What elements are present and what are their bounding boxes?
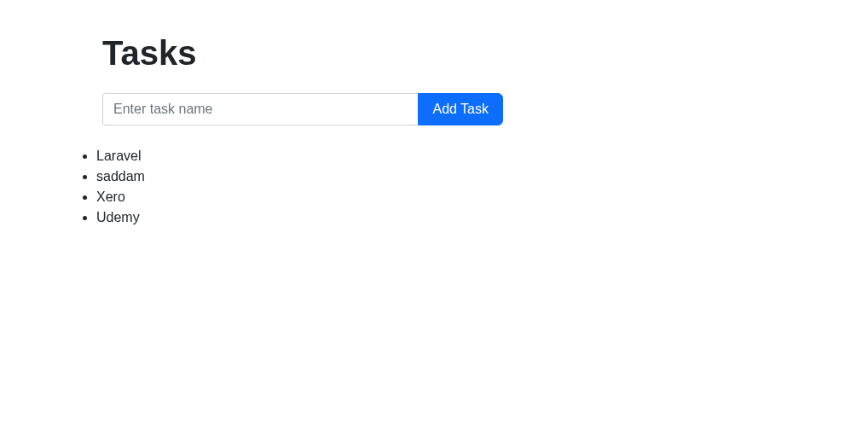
add-task-button[interactable]: Add Task <box>418 93 503 125</box>
task-name-input[interactable] <box>102 93 418 125</box>
list-item: saddam <box>96 166 766 187</box>
list-item: Udemy <box>96 207 766 228</box>
list-item: Laravel <box>96 146 766 166</box>
page-title: Tasks <box>102 34 766 73</box>
task-input-group: Add Task <box>102 93 503 125</box>
task-list: Laravel saddam Xero Udemy <box>81 146 766 228</box>
list-item: Xero <box>96 187 766 207</box>
